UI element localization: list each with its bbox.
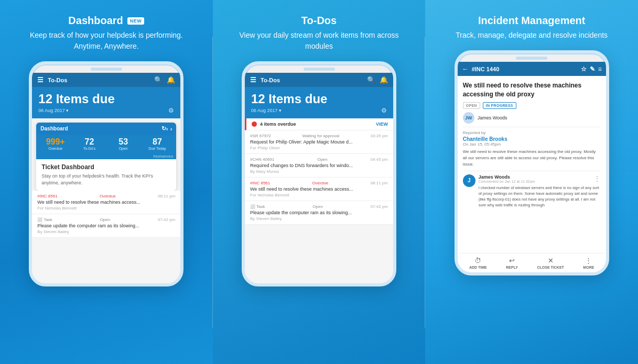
phone-notch-2 xyxy=(304,68,335,71)
items-due-1: 12 Items due xyxy=(38,92,174,106)
freshservice-text: freshservice xyxy=(154,155,174,158)
list2-item-title-1: Required changes to DNS forwarders for w… xyxy=(250,163,388,168)
dashboard-stats: 999+ Overdue 72 To-Do's 53 Open 87 Due T… xyxy=(36,135,176,153)
close-ticket-action[interactable]: ✕ CLOSE TICKET xyxy=(537,257,564,269)
list2-item-by-2: For Nicholas Bennett xyxy=(250,193,388,197)
reporter-name-link[interactable]: Chanteille Brooks xyxy=(463,136,601,142)
reply-label: REPLY xyxy=(506,266,518,269)
list2-item-by-1: By Mary Munoz xyxy=(250,169,388,174)
comment-header: James Woods Commented on Jan 12 at 11:32… xyxy=(479,174,601,183)
stat-open: 53 Open xyxy=(106,138,140,150)
list2-item-by-0: For Philip Oliver xyxy=(250,146,388,150)
filter-icon-1[interactable]: ⚙ xyxy=(168,107,174,114)
overdue-banner[interactable]: 4 items overdue VIEW xyxy=(245,118,393,130)
next-arrow[interactable]: › xyxy=(170,126,172,132)
list2-item-id-2: #INC 8561 xyxy=(250,181,270,185)
list2-item-title-3: Please update the computer ram as its sl… xyxy=(250,210,388,215)
list2-item-by-3: By Steven Bailey xyxy=(250,216,388,221)
panel-todos: To-Dos View your daily stream of work it… xyxy=(213,0,426,364)
reporter-label: Reported by xyxy=(463,130,601,135)
phone-header-2: 12 Items due 06 Aug 2017 ▾ ⚙ xyxy=(245,87,393,118)
comment-avatar: J xyxy=(463,174,475,187)
topbar-icons-2: 🔍 🔔 xyxy=(367,76,388,84)
phone-notch xyxy=(91,68,122,71)
reporter-section: Reported by Chanteille Brooks On Jan 15,… xyxy=(463,127,601,168)
topbar-title-2: To-Dos xyxy=(261,77,367,83)
header-date-1[interactable]: 06 Aug 2017 ▾ xyxy=(38,108,69,113)
freshservice-logo: freshservice xyxy=(36,153,176,159)
add-time-action[interactable]: ⏱ ADD TIME xyxy=(469,257,487,269)
search-icon[interactable]: 🔍 xyxy=(154,76,163,84)
bell-icon-2[interactable]: 🔔 xyxy=(380,76,388,84)
stat-label-overdue: Overdue xyxy=(38,147,72,150)
list-item[interactable]: #SR 67972 Waiting for approval 03:26 pm … xyxy=(245,130,393,154)
incident-badges: OPEN IN PROGRESS xyxy=(463,102,601,109)
list-item-status-0: Overdue xyxy=(100,194,116,198)
list-item[interactable]: #INC 8561 Overdue 08:11 pm We still need… xyxy=(245,178,393,201)
more-icon: ⋮ xyxy=(585,257,592,264)
back-icon[interactable]: ← xyxy=(462,65,469,73)
bell-icon[interactable]: 🔔 xyxy=(167,76,175,84)
panel-title-incident: Incident Management xyxy=(478,15,585,27)
list-item[interactable]: ⬜ Task Open 07:42 pm Please update the c… xyxy=(245,201,393,225)
refresh-icon[interactable]: ↻ xyxy=(161,125,166,132)
list2-item-title-0: Request for Philip Oliver: Apple Magic M… xyxy=(250,139,388,145)
list2-item-time-1: 04:45 pm xyxy=(371,157,388,162)
comment-body-text: I checked number of windows servers and … xyxy=(479,185,601,208)
panel-dashboard: Dashboard NEW Keep track of how your hel… xyxy=(0,0,213,364)
stat-overdue: 999+ Overdue xyxy=(38,138,72,150)
overdue-count: 4 items overdue xyxy=(260,122,296,127)
stat-label-open: Open xyxy=(106,147,140,150)
edit-icon[interactable]: ✎ xyxy=(590,65,595,73)
star-icon[interactable]: ☆ xyxy=(581,65,587,73)
stat-label-todos: To-Do's xyxy=(72,147,106,150)
date-row-1: 06 Aug 2017 ▾ ⚙ xyxy=(38,107,174,114)
dashboard-card-header: Dashboard ↻ ‹ › xyxy=(36,123,176,135)
incident-subject: We still need to resolve these machines … xyxy=(463,81,601,99)
list-item[interactable]: #INC 8561 Overdue 08:11 pm We still need… xyxy=(32,191,180,214)
phone-topbar-1: ☰ To-Dos 🔍 🔔 xyxy=(32,73,180,87)
add-time-label: ADD TIME xyxy=(469,266,487,269)
prev-arrow[interactable]: ‹ xyxy=(166,126,168,132)
list-item[interactable]: #CHN 40691 Open 04:45 pm Required change… xyxy=(245,154,393,178)
dashboard-card-title-bar: Dashboard xyxy=(40,126,68,131)
list2-item-time-2: 08:11 pm xyxy=(371,181,388,185)
header-date-2[interactable]: 06 Aug 2017 ▾ xyxy=(251,108,282,113)
phone-mockup-3: ← #INC 1440 ☆ ✎ ≡ We still need to resol… xyxy=(455,50,609,275)
title-text: Dashboard xyxy=(68,15,123,27)
filter-icon-2[interactable]: ⚙ xyxy=(381,107,387,114)
list-item-by-1: By Steven Bailey xyxy=(37,229,175,234)
more-label: MORE xyxy=(583,266,594,269)
stat-num-overdue: 999+ xyxy=(38,138,72,146)
view-overdue-button[interactable]: VIEW xyxy=(376,122,388,127)
items-due-2: 12 Items due xyxy=(251,92,387,106)
phone-mockup-1: ☰ To-Dos 🔍 🔔 12 Items due 06 Aug 2017 ▾ … xyxy=(29,61,183,286)
close-ticket-icon: ✕ xyxy=(548,257,554,264)
list-item-id-0: #INC 8561 xyxy=(37,194,57,198)
inc-topbar: ← #INC 1440 ☆ ✎ ≡ xyxy=(458,62,606,76)
phone-mockup-2: ☰ To-Dos 🔍 🔔 12 Items due 06 Aug 2017 ▾ … xyxy=(242,61,396,286)
list-item[interactable]: ⬜ Task Open 07:42 pm Please update the c… xyxy=(32,214,180,238)
comment-options-icon[interactable]: ⋮ xyxy=(593,175,601,182)
menu-dots-icon[interactable]: ≡ xyxy=(598,65,602,73)
more-action[interactable]: ⋮ MORE xyxy=(583,257,594,269)
search-icon-2[interactable]: 🔍 xyxy=(367,76,375,84)
list2-item-title-2: We still need to resolve these machines … xyxy=(250,186,388,192)
panel-title-todos: To-Dos xyxy=(301,15,337,27)
new-badge: NEW xyxy=(127,17,145,25)
menu-icon: ☰ xyxy=(37,76,44,84)
comment-date: Commented on Jan 12 at 11:32am xyxy=(479,180,535,183)
panel-subtitle-incident: Track, manage, delegate and resolve inci… xyxy=(456,30,608,41)
assignee-name: James Woods xyxy=(478,115,507,120)
panel-title-dashboard: Dashboard NEW xyxy=(68,15,144,27)
badge-open: OPEN xyxy=(463,102,480,109)
comment-author: James Woods xyxy=(479,174,535,180)
stat-num-due-today: 87 xyxy=(140,138,175,146)
phone-topbar-2: ☰ To-Dos 🔍 🔔 xyxy=(245,73,393,87)
reporter-date: On Jan 15, 05:45pm xyxy=(463,142,601,147)
comment-section: J James Woods Commented on Jan 12 at 11:… xyxy=(463,171,601,208)
stat-num-todos: 72 xyxy=(72,138,106,146)
reply-action[interactable]: ↩ REPLY xyxy=(506,257,518,269)
add-time-icon: ⏱ xyxy=(474,257,481,264)
reply-icon: ↩ xyxy=(509,257,515,264)
